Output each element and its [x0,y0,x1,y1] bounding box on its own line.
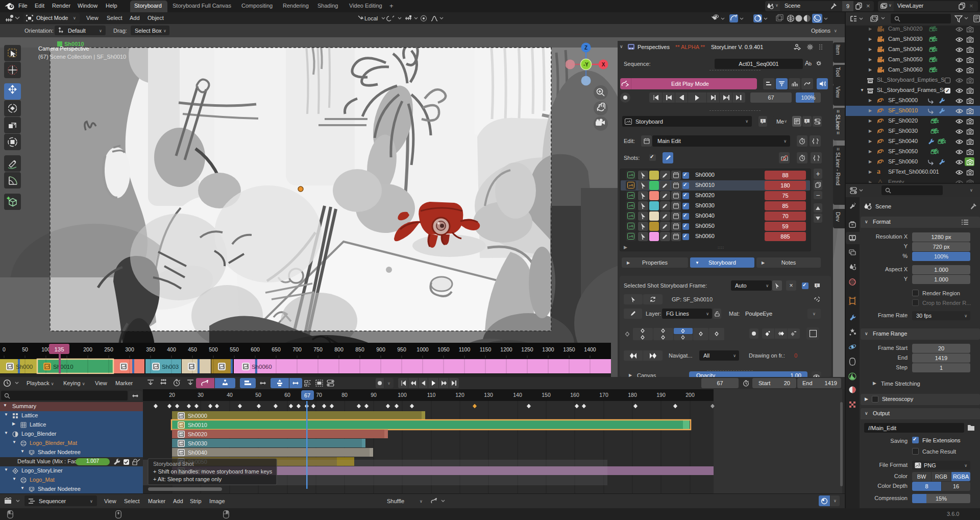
svg-text:750: 750 [313,346,323,352]
svg-text:180: 180 [628,392,637,398]
svg-text:40: 40 [227,392,233,398]
svg-text:1300: 1300 [542,346,554,352]
svg-text:50: 50 [255,392,261,398]
svg-text:1050: 1050 [437,346,450,352]
svg-text:500: 500 [209,346,218,352]
svg-text:950: 950 [397,346,406,352]
svg-text:1400: 1400 [584,346,596,352]
svg-text:Sh000: Sh000 [16,364,33,370]
svg-text:+ Alt: Sleep shot range only: + Alt: Sleep shot range only [153,476,222,482]
svg-text:X: X [602,62,605,67]
svg-text:Local: Local [364,15,378,21]
svg-text:1000: 1000 [416,346,429,352]
svg-text:100: 100 [398,392,407,398]
svg-text:20: 20 [169,392,175,398]
svg-text:150: 150 [542,392,551,398]
svg-text:200: 200 [685,392,695,398]
svg-text:190: 190 [656,392,666,398]
svg-text:1250: 1250 [521,346,533,352]
svg-text:Sh0010: Sh0010 [53,364,74,370]
svg-text:1100: 1100 [459,346,471,352]
svg-text:300: 300 [125,346,134,352]
svg-text:450: 450 [188,346,197,352]
svg-text:Sh0030: Sh0030 [188,440,207,446]
svg-text:850: 850 [355,346,364,352]
svg-text:900: 900 [376,346,385,352]
svg-text:250: 250 [104,346,113,352]
svg-text:160: 160 [570,392,579,398]
svg-text:0: 0 [3,346,6,352]
svg-text:67: 67 [304,392,310,398]
svg-text:1150: 1150 [480,346,492,352]
svg-text:30: 30 [198,392,204,398]
svg-text:70: 70 [316,392,322,398]
svg-text:1200: 1200 [500,346,512,352]
svg-text:Sh0010: Sh0010 [188,422,207,428]
svg-text:550: 550 [230,346,239,352]
svg-text:-Y: -Y [583,62,589,67]
svg-text:135: 135 [54,346,64,352]
svg-text:Storyboard Shot: Storyboard Shot [153,461,194,467]
svg-text:140: 140 [513,392,522,398]
svg-text:50: 50 [22,346,28,352]
svg-text:Sh003: Sh003 [162,364,179,370]
svg-text:Sh0020: Sh0020 [188,431,207,437]
svg-text:350: 350 [146,346,155,352]
svg-text:200: 200 [83,346,92,352]
svg-text:650: 650 [272,346,281,352]
svg-text:Z: Z [584,45,587,51]
svg-text:130: 130 [484,392,493,398]
svg-text:60: 60 [284,392,290,398]
svg-text:120: 120 [455,392,464,398]
svg-text:170: 170 [599,392,608,398]
svg-text:1350: 1350 [563,346,575,352]
svg-text:+ Shift on handles: move story: + Shift on handles: move storyboard fram… [153,468,273,475]
svg-text:i: i [806,119,807,123]
svg-text:700: 700 [292,346,302,352]
svg-text:800: 800 [334,346,344,352]
svg-text:110: 110 [427,392,436,398]
svg-text:Sh0040: Sh0040 [188,450,207,456]
svg-text:600: 600 [251,346,260,352]
svg-text:Sh0000: Sh0000 [188,413,207,419]
svg-text:Sh0060: Sh0060 [252,364,272,370]
svg-text:i: i [816,283,817,287]
svg-text:80: 80 [341,392,348,398]
svg-text:400: 400 [167,346,176,352]
svg-text:i: i [762,119,763,123]
svg-text:90: 90 [371,392,377,398]
